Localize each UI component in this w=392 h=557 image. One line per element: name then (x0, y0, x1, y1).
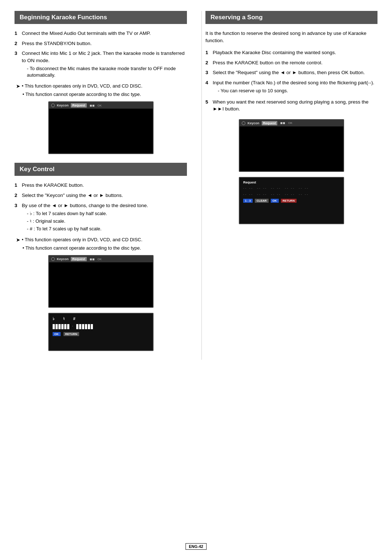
kc-sub-1: - ♭ : To let 7 scales down by half scale… (27, 210, 148, 217)
ok-label: ◼◼ (90, 104, 95, 107)
bar-8 (79, 324, 81, 329)
karaoke-screen-2: Keycon Request ◼◼ OK (48, 255, 154, 308)
keycon-label-2: Keycon (57, 257, 69, 261)
right-section-header: Reserving a Song (205, 11, 377, 24)
return-key-btn[interactable]: RETURN (64, 332, 79, 336)
kc-step-3: 3 By use of the ◄ or ► buttons, change t… (15, 202, 187, 234)
note-1: • This function operates only in DVD, VC… (22, 83, 142, 90)
kc-step-1: 1 Press the KARAOKE button. (15, 182, 187, 189)
request-title: Request (243, 181, 340, 184)
right-intro: It is the function to reserve the desire… (205, 30, 377, 44)
key-bars-row: - (53, 324, 149, 329)
step-3-sub-1: - To disconnect the Mic makes the karaok… (27, 65, 187, 78)
r-step-3-num: 3 (205, 69, 211, 76)
step-3-sublist: - To disconnect the Mic makes the karaok… (22, 65, 187, 78)
right-screen-content-1 (240, 126, 343, 172)
kc-step-1-num: 1 (15, 182, 20, 189)
r-step-1-num: 1 (205, 49, 211, 56)
ok-key-btn[interactable]: OK (53, 332, 61, 336)
bar-4 (61, 324, 64, 329)
key-control-header: Key Control (15, 163, 187, 176)
req-return-btn[interactable]: RETURN (281, 199, 297, 203)
r-step-4-sublist: - You can reserve up to 10 songs. (213, 88, 374, 94)
r-step-1: 1 Playback the Karaoke Disc containing t… (205, 49, 377, 56)
kc-step-2: 2 Select the "Keycon" using the ◄ or ► b… (15, 192, 187, 199)
screen-bar-2: Keycon Request ◼◼ OK (49, 256, 153, 262)
req-ok-btn[interactable]: OK (271, 199, 279, 203)
right-screen-bar-1: Keycon Request ◼◼ OK (240, 120, 343, 126)
request-dashes-1: -- -- -- -- -- -- -- -- -- -- (243, 186, 340, 190)
step-3-num: 3 (15, 50, 20, 80)
bar-10 (85, 324, 87, 329)
r-step-2-text: Press the KARAOKE button on the remote c… (213, 59, 322, 66)
left-notes: ➤ • This function operates only in DVD, … (15, 83, 187, 98)
r-step-4-text: Input the number (Track No.) of the desi… (213, 80, 374, 85)
screen-icon (51, 104, 55, 107)
request-dashes-2: -- -- -- -- -- -- -- -- -- -- (243, 193, 340, 196)
r-sub-1: - You can reserve up to 10 songs. (218, 88, 374, 94)
kc-step-3-sublist: - ♭ : To let 7 scales down by half scale… (22, 210, 148, 233)
beginning-karaoke-section: Beginning Karaoke Functions 1 Connect th… (15, 11, 187, 154)
step-2-num: 2 (15, 40, 20, 47)
bar-11 (88, 324, 90, 329)
note-2-item: • This function cannot operate according… (16, 91, 187, 98)
sharp-symbol: # (73, 316, 75, 321)
right-keycon-label: Keycon (248, 121, 260, 125)
key-control-section: Key Control 1 Press the KARAOKE button. … (15, 163, 187, 351)
bar-3 (58, 324, 61, 329)
right-ok-text: OK (288, 121, 293, 125)
flat-symbol: ♭ (53, 316, 54, 321)
r-step-2-num: 2 (205, 59, 211, 66)
key-symbols-screen: ♭ ♮ # - (48, 313, 154, 351)
r-step-4: 4 Input the number (Track No.) of the de… (205, 79, 377, 96)
request-buttons: 1 - 3 CLEAR OK RETURN (243, 199, 340, 203)
r-step-2: 2 Press the KARAOKE button on the remote… (205, 59, 377, 66)
bar-2 (56, 324, 58, 329)
kc-step-3-text: By use of the ◄ or ► buttons, change to … (22, 203, 148, 208)
request-screen: Request -- -- -- -- -- -- -- -- -- -- --… (239, 177, 344, 224)
kc-note-arrow: ➤ • This function operates only in DVD, … (16, 237, 187, 244)
step-1-num: 1 (15, 30, 20, 37)
kc-note-1: • This function operates only in DVD, VC… (22, 237, 142, 244)
r-step-5: 5 When you want the next reserved song d… (205, 98, 377, 113)
kc-step-3-num: 3 (15, 202, 20, 234)
ok-text: OK (98, 104, 102, 107)
page: Beginning Karaoke Functions 1 Connect th… (0, 0, 392, 557)
step-1-text: Connect the Mixed Audio Out terminals wi… (22, 30, 151, 37)
screen-content-2 (49, 262, 153, 308)
bar-12 (91, 324, 93, 329)
screen-bar-1: Keycon Request ◼◼ OK (49, 102, 153, 109)
kc-sub-2: - ♮ : Original scale. (27, 218, 148, 225)
right-column: Reserving a Song It is the function to r… (201, 11, 377, 360)
left-section-header: Beginning Karaoke Functions (15, 11, 187, 24)
key-control-notes: ➤ • This function operates only in DVD, … (15, 237, 187, 252)
key-bars-group-1 (53, 324, 69, 329)
r-step-5-num: 5 (205, 98, 211, 113)
request-label: Request (71, 103, 87, 108)
kc-step-1-text: Press the KARAOKE button. (22, 182, 84, 189)
right-steps-list: 1 Playback the Karaoke Disc containing t… (205, 49, 377, 113)
bar-7 (76, 324, 78, 329)
keycon-label: Keycon (57, 104, 69, 107)
ok-text-2: OK (98, 258, 102, 261)
bar-9 (82, 324, 84, 329)
reserving-song-section: Reserving a Song It is the function to r… (205, 11, 377, 224)
r-step-4-content: Input the number (Track No.) of the desi… (213, 79, 374, 96)
note-arrow: ➤ • This function operates only in DVD, … (16, 83, 187, 90)
req-clear-btn[interactable]: CLEAR (255, 199, 269, 203)
r-step-3: 3 Select the "Request" using the ◄ or ► … (205, 69, 377, 76)
bar-6 (67, 324, 69, 329)
step-3-content: Connect Mic into Mic 1 or Mic 2 jack. Th… (22, 50, 187, 80)
right-request-label: Request (262, 121, 278, 125)
r-step-1-text: Playback the Karaoke Disc containing the… (213, 49, 336, 56)
request-label-2: Request (71, 257, 87, 261)
left-column: Beginning Karaoke Functions 1 Connect th… (15, 11, 191, 360)
req-num-btn[interactable]: 1 - 3 (243, 199, 253, 203)
kc-note-2-item: • This function cannot operate according… (16, 245, 187, 251)
kc-note-2: • This function cannot operate according… (23, 245, 141, 251)
key-control-list: 1 Press the KARAOKE button. 2 Select the… (15, 182, 187, 233)
kc-step-2-text: Select the "Keycon" using the ◄ or ► but… (22, 192, 123, 199)
kc-step-2-num: 2 (15, 192, 20, 199)
step-3: 3 Connect Mic into Mic 1 or Mic 2 jack. … (15, 50, 187, 80)
screen-content-1 (49, 109, 153, 154)
